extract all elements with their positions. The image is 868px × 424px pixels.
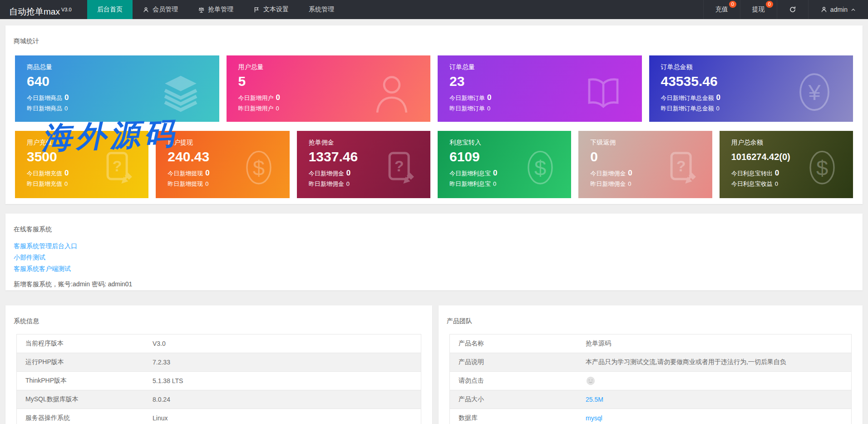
stat-card-value: 240.43	[168, 149, 289, 165]
stat-card-yesterday-value: 0	[205, 180, 208, 187]
stat-card-yesterday-line: 昨日新增提现0	[168, 179, 289, 189]
stat-card-yesterday-value: 0	[775, 180, 778, 187]
product-team-panel: 产品团队 产品名称抢单源码产品说明本产品只为学习测试交流,请勿要做商业或者用于违…	[439, 305, 863, 424]
menu-item-system-manage[interactable]: 系统管理	[299, 0, 344, 19]
stat-card-today-line: 今日新增充值0	[27, 168, 148, 179]
navbar-right: 充值0提现0 admin	[703, 0, 868, 19]
stat-card-yesterday-label: 昨日新增用户	[238, 105, 274, 112]
stat-card-value: 43535.46	[661, 74, 853, 89]
system-info-panel: 系统信息 当前程序版本V3.0运行PHP版本7.2.33ThinkPHP版本5.…	[5, 305, 432, 424]
stat-card-today-value: 0	[487, 93, 491, 102]
stat-card-today-label: 今日新增用户	[238, 95, 274, 101]
stat-card-label: 用户总余额	[731, 139, 853, 147]
table-row: ThinkPHP版本5.1.38 LTS	[17, 372, 421, 390]
stat-card-today-line: 今日新增佣金0	[309, 168, 430, 179]
service-link[interactable]: 客服系统客户端测试	[14, 263, 863, 274]
refresh-icon	[789, 6, 796, 13]
stat-card-today-label: 今日新增充值	[27, 170, 62, 177]
stat-card-body: 订单总量 23 今日新增订单0 昨日新增订单0	[438, 55, 642, 114]
stat-card-value: 23	[449, 74, 642, 89]
stat-card-today-line: 今日新增提现0	[168, 168, 289, 179]
stat-card-label: 用户提现	[168, 139, 289, 147]
stat-card-today-label: 今日新增佣金	[309, 170, 344, 177]
stat-card-yesterday-line: 昨日新增用户0	[238, 103, 431, 114]
app-version: V3.0	[61, 7, 72, 12]
stat-card-today-label: 今日新增订单	[449, 95, 485, 101]
refresh-button[interactable]	[777, 0, 808, 19]
stats-cards-row1: 商品总量 640 今日新增商品0 昨日新增商品0 用户总量 5 今日新增用户0 …	[5, 55, 863, 122]
navbar-actions: 充值0提现0	[703, 0, 777, 19]
info-label: 服务器操作系统	[17, 409, 144, 424]
stat-card-yesterday-label: 昨日新增订单总金额	[661, 105, 714, 112]
do-not-click-icon[interactable]	[586, 376, 851, 386]
stat-card-today-value: 0	[64, 169, 69, 177]
info-value: 抢单源码	[577, 334, 852, 353]
info-label: 当前程序版本	[17, 334, 144, 353]
stat-card-yesterday-value: 0	[276, 105, 279, 112]
stat-card-yesterday-line: 今日利息宝收益0	[731, 179, 853, 189]
table-row: 产品大小25.5M	[450, 390, 852, 409]
stat-card-yesterday-label: 昨日新增利息宝	[449, 180, 491, 187]
user-icon	[143, 6, 149, 13]
info-label: 数据库	[450, 409, 577, 424]
service-panel: 在线客服系统 客服系统管理后台入口小部件测试客服系统客户端测试 新增客服系统，账…	[5, 214, 863, 290]
stat-card-label: 利息宝转入	[449, 139, 571, 147]
stat-card-yesterday-line: 昨日新增佣金0	[309, 179, 430, 189]
menu-item-home[interactable]: 后台首页	[87, 0, 133, 19]
stat-card: 用户总余额 1016274.42(0) 今日利息宝转出0 今日利息宝收益0 $	[720, 131, 853, 198]
stat-card-label: 订单总金额	[661, 63, 853, 71]
main-content: 商城统计 商品总量 640 今日新增商品0 昨日新增商品0 用户总量 5 今日新…	[0, 19, 868, 424]
stat-card-today-line: 今日新增用户0	[238, 92, 431, 103]
app-title: 自动抢单max	[9, 7, 60, 16]
stat-card-today-line: 今日新增利息宝0	[449, 168, 571, 179]
stat-card: 用户总量 5 今日新增用户0 昨日新增用户0	[227, 55, 431, 122]
stat-card-today-value: 0	[628, 169, 632, 177]
stat-card-today-line: 今日新增佣金0	[590, 168, 712, 179]
info-value-link[interactable]: 25.5M	[586, 396, 603, 403]
stat-card-yesterday-label: 昨日新增佣金	[590, 180, 626, 187]
menu-item-members[interactable]: 会员管理	[133, 0, 188, 19]
main-menu: 后台首页会员管理抢单管理文本设置系统管理	[87, 0, 344, 19]
info-value: V3.0	[144, 334, 421, 353]
stat-card: 用户提现 240.43 今日新增提现0 昨日新增提现0 $	[156, 131, 289, 198]
info-value: 本产品只为学习测试交流,请勿要做商业或者用于违法行为,一切后果自负	[577, 353, 852, 372]
recharge-button[interactable]: 充值0	[703, 0, 740, 19]
stat-card: 用户充值 3500 今日新增充值0 昨日新增充值0 ?	[15, 131, 148, 198]
stat-card-today-label: 今日新增提现	[168, 170, 203, 177]
stat-card-value: 1016274.42(0)	[731, 149, 853, 165]
info-value: 5.1.38 LTS	[144, 372, 421, 390]
info-value: mysql	[577, 409, 852, 424]
menu-item-text-settings[interactable]: 文本设置	[243, 0, 299, 19]
withdraw-label: 提现	[752, 5, 765, 14]
menu-item-label: 文本设置	[263, 5, 289, 14]
info-value-link[interactable]: mysql	[586, 414, 602, 422]
stat-card-label: 抢单佣金	[309, 139, 430, 147]
stat-card-yesterday-line: 昨日新增订单总金额0	[661, 103, 853, 114]
info-label: MySQL数据库版本	[17, 390, 144, 409]
top-navbar: 自动抢单maxV3.0 后台首页会员管理抢单管理文本设置系统管理 充值0提现0 …	[0, 0, 868, 19]
info-value: 8.0.24	[144, 390, 421, 409]
info-label: 运行PHP版本	[17, 353, 144, 372]
stat-card: 订单总金额 43535.46 今日新增订单总金额0 昨日新增订单总金额0 ¥	[649, 55, 853, 122]
stat-card-yesterday-line: 昨日新增订单0	[449, 103, 642, 114]
stat-card-today-label: 今日新增佣金	[590, 170, 626, 177]
stat-card-today-line: 今日新增订单0	[449, 92, 642, 103]
stat-card-yesterday-label: 昨日新增提现	[168, 180, 203, 187]
user-icon	[820, 6, 828, 13]
stat-card-yesterday-value: 0	[346, 180, 350, 187]
info-value	[577, 372, 852, 390]
stat-card-yesterday-line: 昨日新增充值0	[27, 179, 148, 189]
stat-card-body: 商品总量 640 今日新增商品0 昨日新增商品0	[15, 55, 219, 114]
service-link[interactable]: 客服系统管理后台入口	[14, 240, 863, 252]
menu-item-label: 会员管理	[153, 5, 178, 14]
user-menu[interactable]: admin	[808, 0, 868, 19]
table-row: 运行PHP版本7.2.33	[17, 353, 421, 372]
stat-card-label: 下级返佣	[590, 139, 712, 147]
stat-card-body: 用户提现 240.43 今日新增提现0 昨日新增提现0	[156, 131, 289, 189]
menu-item-order-manage[interactable]: 抢单管理	[188, 0, 243, 19]
service-link[interactable]: 小部件测试	[14, 252, 863, 263]
withdraw-button[interactable]: 提现0	[740, 0, 777, 19]
recharge-badge: 0	[729, 1, 736, 8]
stat-card-label: 订单总量	[449, 63, 642, 71]
scale-icon	[198, 6, 205, 13]
